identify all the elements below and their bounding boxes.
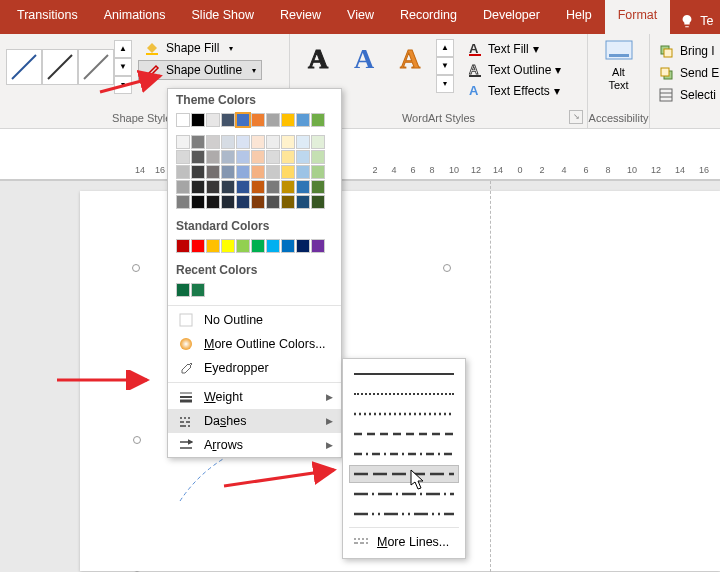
color-swatch[interactable] <box>281 195 295 209</box>
color-swatch[interactable] <box>236 239 250 253</box>
color-swatch[interactable] <box>206 150 220 164</box>
color-swatch[interactable] <box>296 150 310 164</box>
color-swatch[interactable] <box>251 113 265 127</box>
color-swatch[interactable] <box>191 150 205 164</box>
color-swatch[interactable] <box>266 113 280 127</box>
dash-option-long-dash[interactable] <box>349 465 459 483</box>
wordart-more-button[interactable]: ▾ <box>436 75 454 93</box>
tab-recording[interactable]: Recording <box>387 0 470 34</box>
color-swatch[interactable] <box>311 135 325 149</box>
color-swatch[interactable] <box>176 239 190 253</box>
color-swatch[interactable] <box>266 180 280 194</box>
color-swatch[interactable] <box>236 165 250 179</box>
color-swatch[interactable] <box>311 165 325 179</box>
text-outline-button[interactable]: A Text Outline▾ <box>464 60 565 80</box>
color-swatch[interactable] <box>221 135 235 149</box>
gallery-up-button[interactable]: ▲ <box>114 40 132 58</box>
color-swatch[interactable] <box>281 135 295 149</box>
color-swatch[interactable] <box>176 165 190 179</box>
selection-handle[interactable] <box>443 264 451 272</box>
send-backward-button[interactable]: Send E <box>658 62 720 84</box>
color-swatch[interactable] <box>296 165 310 179</box>
color-swatch[interactable] <box>251 180 265 194</box>
color-swatch[interactable] <box>281 180 295 194</box>
color-swatch[interactable] <box>296 135 310 149</box>
color-swatch[interactable] <box>266 195 280 209</box>
dash-option-long-dash-dot-dot[interactable] <box>349 505 459 523</box>
color-swatch[interactable] <box>251 239 265 253</box>
color-swatch[interactable] <box>281 113 295 127</box>
wordart-down-button[interactable]: ▼ <box>436 57 454 75</box>
tab-review[interactable]: Review <box>267 0 334 34</box>
color-swatch[interactable] <box>236 150 250 164</box>
tell-me[interactable]: Te <box>670 0 713 34</box>
color-swatch[interactable] <box>236 195 250 209</box>
alt-text-button[interactable]: AltText <box>588 34 649 92</box>
tab-slideshow[interactable]: Slide Show <box>179 0 268 34</box>
wordart-up-button[interactable]: ▲ <box>436 39 454 57</box>
tab-developer[interactable]: Developer <box>470 0 553 34</box>
color-swatch[interactable] <box>236 180 250 194</box>
color-swatch[interactable] <box>191 113 205 127</box>
color-swatch[interactable] <box>191 239 205 253</box>
color-swatch[interactable] <box>191 283 205 297</box>
color-swatch[interactable] <box>206 165 220 179</box>
color-swatch[interactable] <box>311 195 325 209</box>
shape-style-gallery[interactable]: ▲ ▼ ▾ <box>0 34 132 94</box>
color-swatch[interactable] <box>296 195 310 209</box>
color-swatch[interactable] <box>266 165 280 179</box>
color-swatch[interactable] <box>176 195 190 209</box>
color-swatch[interactable] <box>311 239 325 253</box>
color-swatch[interactable] <box>221 150 235 164</box>
color-swatch[interactable] <box>296 239 310 253</box>
color-swatch[interactable] <box>221 165 235 179</box>
color-swatch[interactable] <box>176 113 190 127</box>
color-swatch[interactable] <box>176 180 190 194</box>
dash-option-long-dash-dot[interactable] <box>349 485 459 503</box>
color-swatch[interactable] <box>266 150 280 164</box>
eyedropper-item[interactable]: Eyedropper <box>168 356 341 380</box>
color-swatch[interactable] <box>251 165 265 179</box>
shape-style-thumb[interactable] <box>78 49 114 85</box>
color-swatch[interactable] <box>191 180 205 194</box>
gallery-down-button[interactable]: ▼ <box>114 58 132 76</box>
color-swatch[interactable] <box>266 239 280 253</box>
text-effects-button[interactable]: A Text Effects▾ <box>464 81 565 101</box>
color-swatch[interactable] <box>206 113 220 127</box>
arrows-item[interactable]: Arrows▶ <box>168 433 341 457</box>
color-swatch[interactable] <box>191 195 205 209</box>
color-swatch[interactable] <box>176 150 190 164</box>
color-swatch[interactable] <box>266 135 280 149</box>
color-swatch[interactable] <box>221 113 235 127</box>
dash-option-dash[interactable] <box>349 425 459 443</box>
tab-animations[interactable]: Animations <box>91 0 179 34</box>
weight-item[interactable]: Weight▶ <box>168 385 341 409</box>
color-swatch[interactable] <box>251 195 265 209</box>
selection-handle[interactable] <box>133 436 141 444</box>
color-swatch[interactable] <box>221 195 235 209</box>
shape-outline-button[interactable]: Shape Outline▾ <box>138 60 262 80</box>
selection-pane-button[interactable]: Selecti <box>658 84 720 106</box>
dash-option-dash-dot[interactable] <box>349 445 459 463</box>
color-swatch[interactable] <box>281 150 295 164</box>
more-lines-item[interactable]: More Lines... <box>349 527 459 556</box>
color-swatch[interactable] <box>176 135 190 149</box>
color-swatch[interactable] <box>206 180 220 194</box>
shape-fill-button[interactable]: Shape Fill▾ <box>138 38 262 58</box>
color-swatch[interactable] <box>311 113 325 127</box>
color-swatch[interactable] <box>296 180 310 194</box>
dash-option-square-dot[interactable] <box>349 405 459 423</box>
color-swatch[interactable] <box>206 239 220 253</box>
color-swatch[interactable] <box>191 165 205 179</box>
color-swatch[interactable] <box>206 135 220 149</box>
wordart-launcher-button[interactable]: ↘ <box>569 110 583 124</box>
color-swatch[interactable] <box>251 135 265 149</box>
color-swatch[interactable] <box>311 180 325 194</box>
color-swatch[interactable] <box>236 113 250 127</box>
shape-style-thumb[interactable] <box>6 49 42 85</box>
color-swatch[interactable] <box>281 239 295 253</box>
color-swatch[interactable] <box>236 135 250 149</box>
color-swatch[interactable] <box>176 283 190 297</box>
color-swatch[interactable] <box>281 165 295 179</box>
tab-view[interactable]: View <box>334 0 387 34</box>
